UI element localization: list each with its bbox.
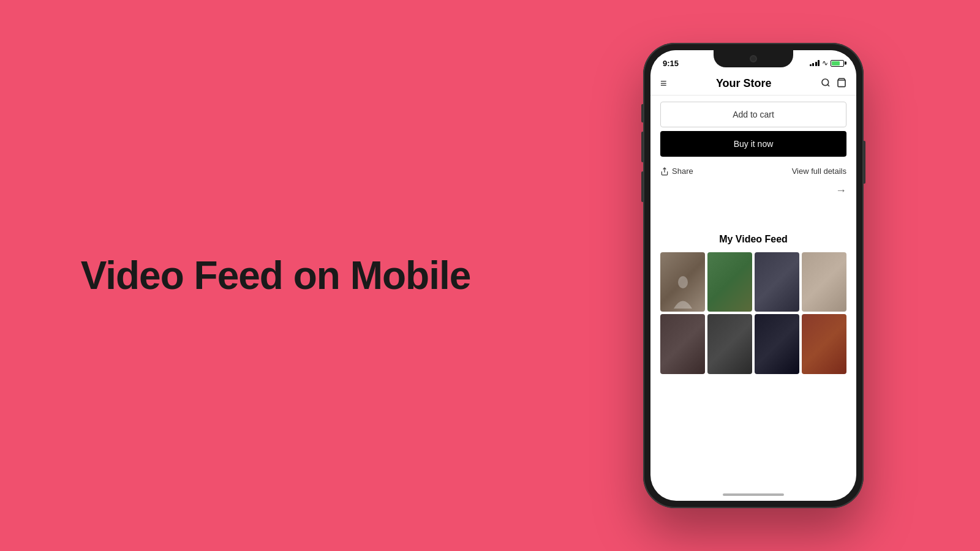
volume-mute-button	[641, 104, 643, 122]
signal-bar-1	[810, 64, 812, 66]
left-section: Video Feed on Mobile	[0, 230, 551, 321]
power-button	[864, 141, 865, 184]
video-grid	[660, 252, 846, 374]
spacer	[650, 200, 856, 224]
video-thumb-8[interactable]	[802, 314, 846, 373]
next-arrow[interactable]: →	[650, 182, 856, 200]
home-indicator[interactable]	[723, 493, 784, 496]
store-title: Your Store	[716, 77, 772, 90]
video-thumb-7[interactable]	[755, 314, 799, 373]
search-icon[interactable]	[821, 78, 831, 90]
product-actions: Share View full details	[650, 163, 856, 182]
video-feed-title: My Video Feed	[660, 234, 846, 245]
phone-notch	[714, 50, 793, 67]
app-header: ≡ Your Store	[650, 72, 856, 96]
svg-line-1	[827, 84, 829, 86]
video-thumb-2[interactable]	[707, 252, 752, 312]
video-thumb-5[interactable]	[660, 314, 705, 373]
volume-up-button	[641, 132, 643, 162]
video-thumb-3[interactable]	[755, 252, 799, 312]
svg-point-4	[678, 276, 688, 288]
screen-content: 9:15 ∿	[650, 50, 856, 501]
signal-bar-2	[812, 63, 814, 66]
share-button[interactable]: Share	[660, 167, 693, 176]
front-camera	[750, 55, 757, 62]
add-to-cart-button[interactable]: Add to cart	[660, 102, 846, 127]
phone-screen: 9:15 ∿	[650, 50, 856, 501]
cart-icon[interactable]	[837, 78, 846, 90]
video-thumb-1[interactable]	[660, 252, 705, 312]
hero-heading: Video Feed on Mobile	[81, 254, 471, 297]
thumb-figure-1	[660, 252, 705, 312]
right-section: 9:15 ∿	[551, 43, 980, 508]
signal-icon	[810, 60, 820, 66]
video-thumb-6[interactable]	[707, 314, 752, 373]
menu-icon[interactable]: ≡	[660, 77, 667, 90]
volume-down-button	[641, 171, 643, 202]
buy-it-now-button[interactable]: Buy it now	[660, 131, 846, 157]
status-icons: ∿	[810, 59, 845, 67]
svg-point-0	[822, 79, 829, 86]
share-label: Share	[672, 167, 693, 176]
wifi-icon: ∿	[822, 59, 828, 67]
view-full-details-link[interactable]: View full details	[792, 167, 846, 176]
battery-icon	[831, 60, 844, 67]
video-feed-section: My Video Feed	[650, 224, 856, 374]
signal-bar-4	[818, 60, 820, 66]
header-action-icons	[821, 78, 846, 90]
scroll-content: 9:15 ∿	[650, 50, 856, 392]
video-thumb-4[interactable]	[802, 252, 846, 312]
phone-mockup: 9:15 ∿	[643, 43, 864, 508]
signal-bar-3	[815, 62, 817, 66]
status-time: 9:15	[663, 59, 679, 68]
battery-fill	[832, 61, 840, 66]
